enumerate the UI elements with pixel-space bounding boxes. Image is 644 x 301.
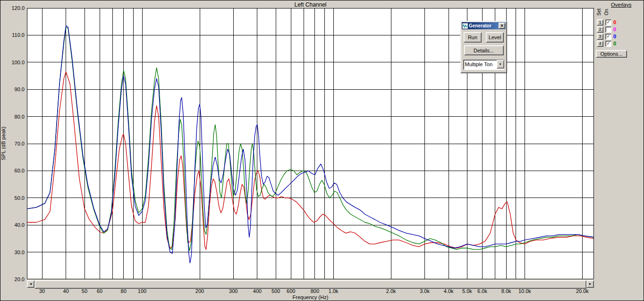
spl-plot (27, 8, 594, 279)
y-tick-label: 20.0 (0, 276, 25, 282)
generator-titlebar[interactable]: Generator ✕ (462, 22, 506, 29)
x-tick-label: 2.0k (386, 288, 396, 294)
x-tick-label: 30 (39, 288, 45, 294)
x-axis-ticks: 30405060801002003004005006008001.0k2.0k3… (0, 288, 644, 294)
x-tick-label: 4.0k (444, 288, 454, 294)
close-icon[interactable]: ✕ (499, 23, 505, 29)
overlay-row-4: 4 ✓ 0 (597, 40, 625, 47)
x-tick-label: 500 (271, 288, 280, 294)
x-tick-label: 80 (121, 288, 127, 294)
overlay-count-4: 0 (613, 41, 616, 46)
x-tick-label: 40 (63, 288, 69, 294)
x-tick-label: 8.0k (501, 288, 511, 294)
x-tick-label: 800 (311, 288, 319, 294)
x-tick-label: 50 (82, 288, 87, 294)
x-axis-label: Frequency (Hz) (27, 294, 594, 300)
x-tick-label: 6.0k (477, 288, 487, 294)
y-tick-label: 120.0 (0, 5, 25, 11)
overlay-set-button-4[interactable]: 4 (597, 41, 603, 47)
waveform-icon (462, 23, 468, 29)
scrollbar-right-arrow-icon[interactable]: ► (586, 280, 594, 288)
y-tick-label: 40.0 (0, 222, 25, 228)
x-tick-label: 200 (195, 288, 204, 294)
overlay-count-1: 0 (613, 19, 616, 25)
y-tick-label: 70.0 (0, 141, 25, 146)
overlay-on-checkbox-1[interactable]: ✓ (605, 19, 611, 26)
x-tick-label: 3.0k (420, 288, 430, 294)
y-tick-label: 50.0 (0, 195, 25, 201)
x-tick-label: 600 (287, 288, 295, 294)
overlay-row-1: 1 ✓ 0 (597, 19, 625, 26)
overlay-on-checkbox-2[interactable] (605, 26, 611, 33)
spl-plot-svg (27, 8, 594, 279)
horizontal-scrollbar: ◄ ► (27, 280, 594, 288)
y-tick-label: 60.0 (0, 168, 25, 173)
x-tick-label: 10.0k (518, 288, 531, 294)
x-tick-label: 300 (229, 288, 237, 294)
overlays-title: Overlays (611, 2, 631, 8)
overlay-set-button-3[interactable]: 3 (597, 34, 603, 40)
overlay-set-button-2[interactable]: 2 (597, 26, 603, 33)
scrollbar-thumb[interactable] (34, 280, 586, 289)
y-tick-label: 30.0 (0, 249, 25, 255)
x-tick-label: 20.0k (576, 288, 589, 294)
overlay-on-checkbox-3[interactable]: ✓ (605, 34, 611, 40)
chevron-down-icon[interactable]: ▼ (497, 60, 504, 69)
level-button[interactable]: Level (486, 32, 504, 43)
plot-title: Left Channel (27, 1, 594, 8)
options-button[interactable]: Options... (596, 50, 627, 58)
overlay-row-2: 2 0 (597, 26, 625, 33)
y-tick-label: 110.0 (0, 32, 25, 38)
scrollbar-left-arrow-icon[interactable]: ◄ (27, 280, 34, 288)
overlays-on-header: On (604, 9, 609, 15)
x-tick-label: 5.0k (462, 288, 472, 294)
y-tick-label: 90.0 (0, 86, 25, 92)
generator-dialog: Generator ✕ Run Level Details... Multipl… (460, 21, 507, 73)
y-tick-label: 100.0 (0, 60, 25, 65)
overlays-set-header: Set (596, 9, 602, 16)
overlay-count-3: 0 (613, 34, 616, 39)
y-tick-label: 80.0 (0, 114, 25, 120)
x-tick-label: 1.0k (329, 288, 339, 294)
signal-type-value: Multiple Ton (464, 60, 497, 69)
generator-title: Generator (469, 23, 498, 28)
overlay-count-2: 0 (613, 26, 616, 32)
run-button[interactable]: Run (464, 32, 482, 43)
x-tick-label: 400 (253, 288, 262, 294)
overlay-on-checkbox-4[interactable]: ✓ (605, 41, 611, 47)
x-tick-label: 100 (138, 288, 146, 294)
x-tick-label: 60 (97, 288, 102, 294)
signal-type-dropdown[interactable]: Multiple Ton ▼ (463, 60, 505, 70)
details-button[interactable]: Details... (464, 45, 504, 55)
overlay-row-3: 3 ✓ 0 (597, 33, 625, 40)
overlay-set-button-1[interactable]: 1 (597, 19, 603, 26)
